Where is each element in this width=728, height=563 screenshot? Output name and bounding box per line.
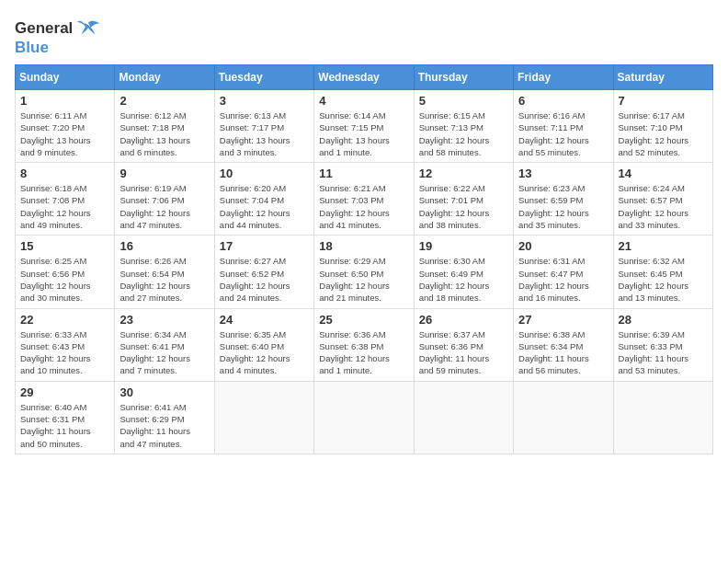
calendar-day-cell: 3Sunrise: 6:13 AMSunset: 7:17 PMDaylight… xyxy=(214,90,313,163)
day-info: Sunrise: 6:39 AMSunset: 6:33 PMDaylight:… xyxy=(619,328,708,377)
day-number: 6 xyxy=(518,94,608,108)
day-number: 1 xyxy=(20,94,109,108)
calendar-day-cell: 10Sunrise: 6:20 AMSunset: 7:04 PMDayligh… xyxy=(214,163,313,236)
day-info: Sunrise: 6:21 AMSunset: 7:03 PMDaylight:… xyxy=(319,182,408,231)
calendar-day-cell: 20Sunrise: 6:31 AMSunset: 6:47 PMDayligh… xyxy=(514,236,613,308)
day-info: Sunrise: 6:38 AMSunset: 6:34 PMDaylight:… xyxy=(518,328,608,377)
logo-bird-icon xyxy=(75,18,101,39)
calendar-day-cell: 29Sunrise: 6:40 AMSunset: 6:31 PMDayligh… xyxy=(16,381,115,454)
calendar-day-cell: 23Sunrise: 6:34 AMSunset: 6:41 PMDayligh… xyxy=(115,308,214,381)
calendar-day-cell: 1Sunrise: 6:11 AMSunset: 7:20 PMDaylight… xyxy=(16,90,115,163)
calendar-day-cell: 8Sunrise: 6:18 AMSunset: 7:08 PMDaylight… xyxy=(16,163,115,236)
day-info: Sunrise: 6:14 AMSunset: 7:15 PMDaylight:… xyxy=(319,109,408,158)
day-number: 5 xyxy=(419,94,508,108)
day-info: Sunrise: 6:30 AMSunset: 6:49 PMDaylight:… xyxy=(419,255,508,304)
day-info: Sunrise: 6:33 AMSunset: 6:43 PMDaylight:… xyxy=(20,328,109,377)
calendar-week-row: 15Sunrise: 6:25 AMSunset: 6:56 PMDayligh… xyxy=(16,236,713,308)
calendar-day-cell: 12Sunrise: 6:22 AMSunset: 7:01 PMDayligh… xyxy=(414,163,513,236)
day-info: Sunrise: 6:34 AMSunset: 6:41 PMDaylight:… xyxy=(119,328,209,377)
calendar-header-row: SundayMondayTuesdayWednesdayThursdayFrid… xyxy=(16,65,713,90)
calendar-day-cell: 26Sunrise: 6:37 AMSunset: 6:36 PMDayligh… xyxy=(414,308,513,381)
day-info: Sunrise: 6:24 AMSunset: 6:57 PMDaylight:… xyxy=(619,182,708,231)
day-number: 2 xyxy=(119,94,209,108)
calendar-day-cell: 6Sunrise: 6:16 AMSunset: 7:11 PMDaylight… xyxy=(514,90,613,163)
day-number: 9 xyxy=(119,167,209,180)
calendar-day-cell: 14Sunrise: 6:24 AMSunset: 6:57 PMDayligh… xyxy=(613,163,712,236)
day-info: Sunrise: 6:25 AMSunset: 6:56 PMDaylight:… xyxy=(20,255,109,304)
day-info: Sunrise: 6:17 AMSunset: 7:10 PMDaylight:… xyxy=(619,109,708,158)
calendar-day-cell: 25Sunrise: 6:36 AMSunset: 6:38 PMDayligh… xyxy=(314,308,414,381)
day-info: Sunrise: 6:22 AMSunset: 7:01 PMDaylight:… xyxy=(419,182,508,231)
calendar-day-cell xyxy=(314,381,414,454)
calendar-day-cell: 24Sunrise: 6:35 AMSunset: 6:40 PMDayligh… xyxy=(214,308,313,381)
calendar-day-cell: 11Sunrise: 6:21 AMSunset: 7:03 PMDayligh… xyxy=(314,163,414,236)
day-number: 22 xyxy=(20,313,109,327)
day-info: Sunrise: 6:37 AMSunset: 6:36 PMDaylight:… xyxy=(419,328,508,377)
day-number: 10 xyxy=(220,167,309,180)
logo: General Blue xyxy=(15,18,101,57)
calendar-day-cell: 17Sunrise: 6:27 AMSunset: 6:52 PMDayligh… xyxy=(214,236,313,308)
calendar-week-row: 29Sunrise: 6:40 AMSunset: 6:31 PMDayligh… xyxy=(16,381,713,454)
day-number: 27 xyxy=(518,313,608,327)
calendar-table: SundayMondayTuesdayWednesdayThursdayFrid… xyxy=(15,64,713,454)
day-number: 19 xyxy=(419,239,508,253)
day-number: 30 xyxy=(119,385,209,399)
weekday-header-friday: Friday xyxy=(514,65,613,90)
weekday-header-saturday: Saturday xyxy=(613,65,712,90)
calendar-day-cell: 5Sunrise: 6:15 AMSunset: 7:13 PMDaylight… xyxy=(414,90,513,163)
calendar-day-cell: 9Sunrise: 6:19 AMSunset: 7:06 PMDaylight… xyxy=(115,163,214,236)
day-number: 17 xyxy=(220,239,309,253)
day-number: 13 xyxy=(518,167,608,180)
day-number: 23 xyxy=(119,313,209,327)
day-info: Sunrise: 6:18 AMSunset: 7:08 PMDaylight:… xyxy=(20,182,109,231)
calendar-day-cell: 30Sunrise: 6:41 AMSunset: 6:29 PMDayligh… xyxy=(115,381,214,454)
calendar-day-cell: 4Sunrise: 6:14 AMSunset: 7:15 PMDaylight… xyxy=(314,90,414,163)
day-info: Sunrise: 6:36 AMSunset: 6:38 PMDaylight:… xyxy=(319,328,408,377)
day-info: Sunrise: 6:20 AMSunset: 7:04 PMDaylight:… xyxy=(220,182,309,231)
calendar-day-cell: 21Sunrise: 6:32 AMSunset: 6:45 PMDayligh… xyxy=(613,236,712,308)
calendar-day-cell: 16Sunrise: 6:26 AMSunset: 6:54 PMDayligh… xyxy=(115,236,214,308)
calendar-day-cell: 7Sunrise: 6:17 AMSunset: 7:10 PMDaylight… xyxy=(613,90,712,163)
day-info: Sunrise: 6:27 AMSunset: 6:52 PMDaylight:… xyxy=(220,255,309,304)
day-number: 4 xyxy=(319,94,408,108)
day-number: 26 xyxy=(419,313,508,327)
logo-blue-text: Blue xyxy=(15,39,49,56)
calendar-day-cell: 15Sunrise: 6:25 AMSunset: 6:56 PMDayligh… xyxy=(16,236,115,308)
day-info: Sunrise: 6:40 AMSunset: 6:31 PMDaylight:… xyxy=(20,401,109,450)
day-info: Sunrise: 6:41 AMSunset: 6:29 PMDaylight:… xyxy=(119,401,209,450)
day-number: 7 xyxy=(619,94,708,108)
calendar-day-cell: 22Sunrise: 6:33 AMSunset: 6:43 PMDayligh… xyxy=(16,308,115,381)
calendar-week-row: 22Sunrise: 6:33 AMSunset: 6:43 PMDayligh… xyxy=(16,308,713,381)
day-number: 20 xyxy=(518,239,608,253)
calendar-week-row: 8Sunrise: 6:18 AMSunset: 7:08 PMDaylight… xyxy=(16,163,713,236)
weekday-header-wednesday: Wednesday xyxy=(314,65,414,90)
day-number: 24 xyxy=(220,313,309,327)
calendar-day-cell: 2Sunrise: 6:12 AMSunset: 7:18 PMDaylight… xyxy=(115,90,214,163)
day-number: 28 xyxy=(619,313,708,327)
day-info: Sunrise: 6:35 AMSunset: 6:40 PMDaylight:… xyxy=(220,328,309,377)
calendar-day-cell xyxy=(214,381,313,454)
calendar-day-cell xyxy=(613,381,712,454)
day-info: Sunrise: 6:23 AMSunset: 6:59 PMDaylight:… xyxy=(518,182,608,231)
day-number: 16 xyxy=(119,239,209,253)
day-number: 8 xyxy=(20,167,109,180)
day-info: Sunrise: 6:19 AMSunset: 7:06 PMDaylight:… xyxy=(119,182,209,231)
calendar-day-cell: 27Sunrise: 6:38 AMSunset: 6:34 PMDayligh… xyxy=(514,308,613,381)
day-number: 29 xyxy=(20,385,109,399)
day-number: 14 xyxy=(619,167,708,180)
day-number: 25 xyxy=(319,313,408,327)
weekday-header-tuesday: Tuesday xyxy=(214,65,313,90)
logo-general-text: General xyxy=(15,19,73,38)
weekday-header-monday: Monday xyxy=(115,65,214,90)
day-info: Sunrise: 6:29 AMSunset: 6:50 PMDaylight:… xyxy=(319,255,408,304)
page-header: General Blue xyxy=(15,15,713,57)
day-info: Sunrise: 6:26 AMSunset: 6:54 PMDaylight:… xyxy=(119,255,209,304)
day-number: 11 xyxy=(319,167,408,180)
calendar-day-cell xyxy=(514,381,613,454)
day-number: 3 xyxy=(220,94,309,108)
day-number: 15 xyxy=(20,239,109,253)
day-info: Sunrise: 6:11 AMSunset: 7:20 PMDaylight:… xyxy=(20,109,109,158)
day-number: 21 xyxy=(619,239,708,253)
day-info: Sunrise: 6:13 AMSunset: 7:17 PMDaylight:… xyxy=(220,109,309,158)
calendar-day-cell: 19Sunrise: 6:30 AMSunset: 6:49 PMDayligh… xyxy=(414,236,513,308)
